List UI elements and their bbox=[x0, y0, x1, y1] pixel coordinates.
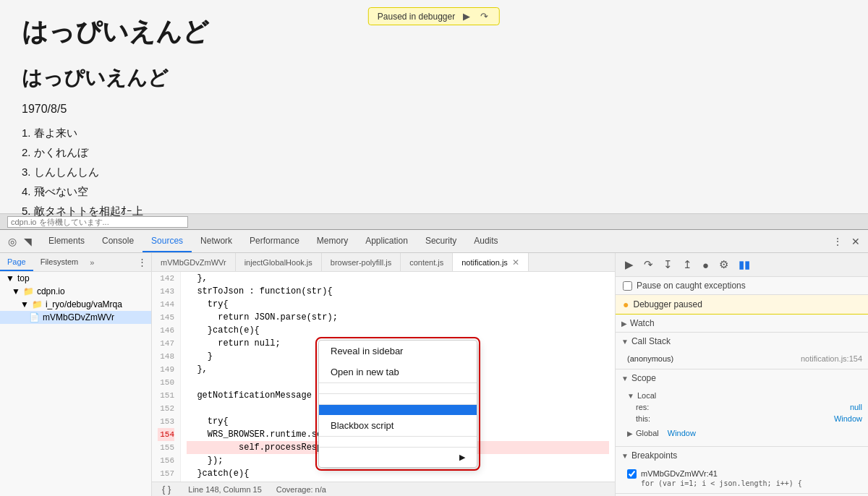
tab-audits[interactable]: Audits bbox=[465, 230, 506, 252]
panel-tab-more[interactable]: » bbox=[85, 253, 98, 271]
pause-on-caught-label: Pause on caught exceptions bbox=[637, 281, 746, 291]
tree-item-cdpn[interactable]: ▼ 📁 cdpn.io bbox=[0, 285, 151, 298]
scope-val-this: Window bbox=[834, 414, 862, 423]
tab-sources[interactable]: Sources bbox=[142, 230, 192, 252]
browser-page: Paused in debugger ▶ ↷ はっぴいえんど はっぴいえんど 1… bbox=[0, 0, 868, 213]
folder-icon: 📁 bbox=[32, 299, 43, 309]
tree-item-debug[interactable]: ▼ 📁 i_ryo/debug/vaMrqa bbox=[0, 298, 151, 311]
context-menu-reveal[interactable]: Reveal in sidebar bbox=[319, 341, 477, 362]
editor-tab-mvmb[interactable]: mVMbGDvZmWVr bbox=[152, 253, 236, 271]
line-num: 151 bbox=[158, 389, 174, 402]
pause-active-button[interactable]: ▮▮ bbox=[735, 256, 754, 273]
editor-tab-close-icon[interactable]: ✕ bbox=[512, 257, 519, 268]
context-menu-save-as[interactable] bbox=[319, 437, 477, 447]
debugger-paused-banner: Paused in debugger ▶ ↷ bbox=[368, 7, 500, 25]
tree-item-label: i_ryo/debug/vaMrqa bbox=[46, 299, 122, 309]
pause-on-exceptions-section: Pause on caught exceptions bbox=[616, 277, 868, 295]
list-item: 3. しんしんしん bbox=[22, 162, 846, 181]
global-scope-header[interactable]: ▶ Global Window bbox=[627, 427, 862, 439]
call-stack-content: (anonymous) notification.js:154 bbox=[616, 350, 868, 369]
warning-icon: ● bbox=[623, 299, 629, 310]
call-stack-item[interactable]: (anonymous) notification.js:154 bbox=[627, 353, 862, 364]
breakpoint-file: mVMbGDvZmWVr:41 bbox=[641, 469, 802, 479]
line-num-highlighted: 154 bbox=[158, 428, 174, 441]
panel-tab-page[interactable]: Page bbox=[0, 253, 33, 271]
tree-item-file[interactable]: 📄 mVMbGDvZmWVr bbox=[0, 311, 151, 324]
tab-memory[interactable]: Memory bbox=[308, 230, 357, 252]
line-num: 149 bbox=[158, 363, 174, 376]
list-item: 2. かくれんぼ bbox=[22, 142, 846, 162]
debugger-paused-text: Debugger paused bbox=[633, 299, 702, 309]
step-button[interactable]: ↷ bbox=[478, 10, 490, 22]
panel-action-button[interactable]: ⋮ bbox=[136, 255, 148, 269]
context-menu-speech[interactable]: ▶ bbox=[319, 448, 477, 467]
pretty-print-button[interactable]: { } bbox=[159, 484, 174, 495]
devtools-icons: ◎ ◥ bbox=[6, 234, 34, 249]
debugger-settings-button[interactable]: ⚙ bbox=[715, 256, 732, 273]
tracklist: 1. 春よ来い 2. かくれんぼ 3. しんしんしん 4. 飛べない空 5. 敵… bbox=[22, 123, 846, 221]
watch-section: ▶ Watch bbox=[616, 315, 868, 333]
editor-tab-inject[interactable]: injectGlobalHook.js bbox=[236, 253, 322, 271]
context-menu-arrow-icon: ▶ bbox=[459, 453, 465, 462]
devtools-close-button[interactable]: ✕ bbox=[849, 234, 862, 249]
device-toolbar-button[interactable]: ◥ bbox=[22, 234, 34, 249]
editor-tab-content[interactable]: content.js bbox=[401, 253, 453, 271]
tab-elements[interactable]: Elements bbox=[40, 230, 93, 252]
line-num: 157 bbox=[158, 467, 174, 480]
panel-tab-filesystem[interactable]: Filesystem bbox=[33, 253, 86, 271]
watch-header[interactable]: ▶ Watch bbox=[616, 315, 868, 332]
inspect-element-button[interactable]: ◎ bbox=[6, 234, 19, 249]
call-stack-label: Call Stack bbox=[631, 336, 671, 346]
scope-content: ▼ Local res: null this: Window bbox=[616, 387, 868, 446]
tab-security[interactable]: Security bbox=[417, 230, 465, 252]
list-item: 1. 春よ来い bbox=[22, 123, 846, 142]
context-menu-blackbox[interactable] bbox=[319, 405, 477, 415]
step-into-button[interactable]: ↧ bbox=[660, 256, 676, 273]
devtools-more-button[interactable]: ⋮ bbox=[830, 234, 845, 249]
folder-expand-icon: ▼ bbox=[12, 286, 20, 296]
local-scope-label: Local bbox=[637, 391, 656, 400]
global-scope-group: ▶ Global Window bbox=[627, 427, 862, 439]
tab-performance[interactable]: Performance bbox=[241, 230, 308, 252]
deactivate-breakpoints-button[interactable]: ● bbox=[699, 257, 712, 273]
step-out-button[interactable]: ↥ bbox=[679, 256, 696, 273]
line-num: 147 bbox=[158, 337, 174, 350]
editor-tab-label: notification.js bbox=[461, 258, 508, 267]
local-scope-header[interactable]: ▼ Local bbox=[627, 390, 862, 401]
tree-item-label: cdpn.io bbox=[37, 286, 65, 296]
line-num: 145 bbox=[158, 311, 174, 324]
context-menu-continue[interactable] bbox=[319, 394, 477, 404]
panel-actions: ⋮ bbox=[136, 253, 151, 271]
scope-key-this: this: bbox=[636, 414, 650, 423]
line-num: 152 bbox=[158, 402, 174, 415]
tree-item-top[interactable]: ▼ top bbox=[0, 272, 151, 285]
scope-header[interactable]: ▼ Scope bbox=[616, 369, 868, 387]
tab-network[interactable]: Network bbox=[192, 230, 241, 252]
pause-on-caught-checkbox[interactable] bbox=[623, 281, 632, 291]
breakpoints-label: Breakpoints bbox=[631, 450, 677, 461]
tab-console[interactable]: Console bbox=[93, 230, 142, 252]
line-num: 142 bbox=[158, 272, 174, 285]
line-num: 156 bbox=[158, 454, 174, 467]
global-scope-label: Global bbox=[636, 429, 659, 437]
breakpoints-header[interactable]: ▼ Breakpoints bbox=[616, 447, 868, 464]
resume-button[interactable]: ▶ bbox=[461, 10, 472, 22]
code-line: }catch(e){ bbox=[187, 324, 609, 337]
editor-tab-notification[interactable]: notification.js ✕ bbox=[453, 253, 529, 271]
scope-val-res: null bbox=[850, 403, 862, 411]
breakpoint-checkbox[interactable] bbox=[627, 469, 637, 479]
tab-application[interactable]: Application bbox=[357, 230, 417, 252]
call-stack-header[interactable]: ▼ Call Stack bbox=[616, 333, 868, 350]
context-menu-item-label: Blackbox script bbox=[331, 420, 393, 431]
editor-tab-polyfill[interactable]: browser-polyfill.js bbox=[322, 253, 401, 271]
devtools-toolbar-right: ⋮ ✕ bbox=[830, 234, 862, 249]
center-panel: mVMbGDvZmWVr injectGlobalHook.js browser… bbox=[152, 253, 615, 496]
context-menu-blackbox-all[interactable]: Blackbox script bbox=[319, 415, 477, 436]
context-menu-open-tab[interactable]: Open in new tab bbox=[319, 362, 477, 382]
local-scope-group: ▼ Local res: null this: Window bbox=[627, 390, 862, 424]
left-panel: Page Filesystem » ⋮ ▼ top ▼ 📁 cdpn.io bbox=[0, 253, 152, 496]
step-over-button[interactable]: ↷ bbox=[640, 256, 657, 273]
scope-row-res: res: null bbox=[627, 401, 862, 413]
context-menu-copy-link[interactable] bbox=[319, 383, 477, 393]
pause-resume-button[interactable]: ▶ bbox=[621, 256, 637, 273]
